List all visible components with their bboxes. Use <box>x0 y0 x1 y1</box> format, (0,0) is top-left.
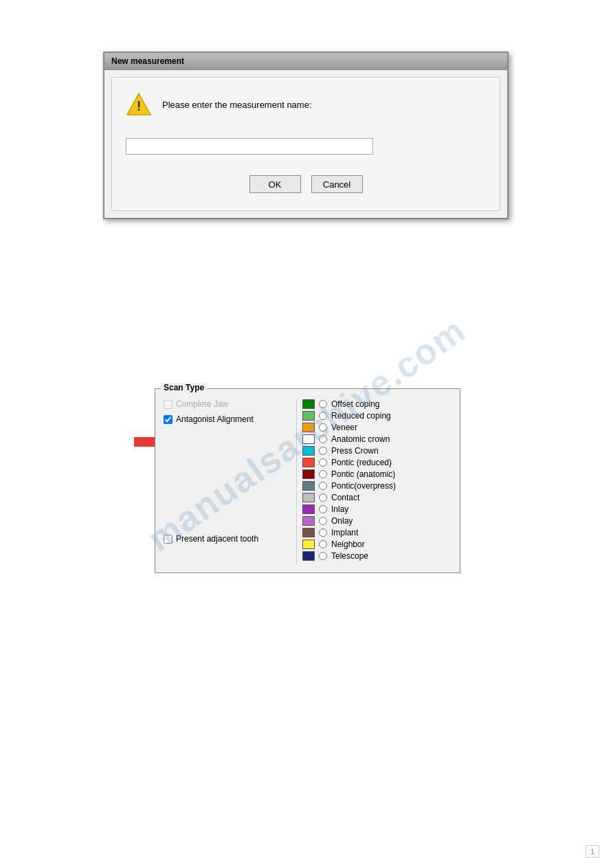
present-adjacent-checkbox-row: Present adjacent tooth <box>164 534 284 544</box>
swatch-inlay <box>302 504 315 514</box>
antagonist-alignment-label: Antagonist Alignment <box>176 414 254 424</box>
label-press-crown: Press Crown <box>331 446 379 456</box>
dialog-body: ! Please enter the measurement name: OK … <box>111 77 500 211</box>
swatch-telescope <box>302 551 315 561</box>
label-implant: Implant <box>331 528 358 537</box>
label-pontic-overpress: Pontic(overpress) <box>331 481 396 491</box>
svg-text:!: ! <box>137 98 142 113</box>
label-pontic-reduced: Pontic (reduced) <box>331 458 392 467</box>
left-panel: Complete Jaw Antagonist Alignment Presen… <box>164 399 291 563</box>
option-reduced-coping: Reduced coping <box>302 411 452 421</box>
swatch-contact <box>302 493 315 502</box>
label-inlay: Inlay <box>331 504 348 514</box>
new-measurement-dialog: New measurement ! Please enter the measu… <box>103 52 509 219</box>
swatch-pontic-overpress <box>302 481 315 491</box>
present-adjacent-row: Present adjacent tooth <box>164 534 284 544</box>
radio-contact[interactable] <box>319 493 327 502</box>
swatch-pontic-reduced <box>302 458 315 467</box>
antagonist-alignment-checkbox[interactable] <box>164 415 172 424</box>
radio-inlay[interactable] <box>319 505 327 513</box>
option-offset-coping: Offset coping <box>302 399 452 409</box>
label-offset-coping: Offset coping <box>331 399 380 409</box>
swatch-press-crown <box>302 446 315 456</box>
option-telescope: Telescope <box>302 551 452 561</box>
swatch-veneer <box>302 423 315 432</box>
option-pontic-anatomic: Pontic (anatomic) <box>302 469 452 479</box>
dialog-buttons: OK Cancel <box>126 168 486 197</box>
label-reduced-coping: Reduced coping <box>331 411 391 421</box>
scan-type-body: Complete Jaw Antagonist Alignment Presen… <box>164 399 452 563</box>
radio-neighbor[interactable] <box>319 540 327 548</box>
radio-offset-coping[interactable] <box>319 400 327 408</box>
swatch-onlay <box>302 516 315 526</box>
complete-jaw-row: Complete Jaw <box>164 399 284 409</box>
radio-implant[interactable] <box>319 528 327 537</box>
present-adjacent-label: Present adjacent tooth <box>176 534 258 544</box>
dialog-message-row: ! Please enter the measurement name: <box>126 91 486 118</box>
option-onlay: Onlay <box>302 516 452 526</box>
option-neighbor: Neighbor <box>302 539 452 549</box>
radio-onlay[interactable] <box>319 517 327 525</box>
cancel-button[interactable]: Cancel <box>311 175 363 193</box>
label-contact: Contact <box>331 493 359 502</box>
radio-reduced-coping[interactable] <box>319 412 327 420</box>
label-veneer: Veneer <box>331 423 357 432</box>
swatch-reduced-coping <box>302 411 315 421</box>
dialog-message: Please enter the measurement name: <box>162 100 312 110</box>
vertical-divider <box>296 399 297 563</box>
scan-type-panel: Scan Type Complete Jaw Antagonist Alignm… <box>155 388 460 573</box>
ok-button[interactable]: OK <box>249 175 301 193</box>
label-anatomic-crown: Anatomic crown <box>331 434 390 444</box>
radio-pontic-reduced[interactable] <box>319 458 327 467</box>
swatch-offset-coping <box>302 399 315 409</box>
option-veneer: Veneer <box>302 423 452 432</box>
swatch-neighbor <box>302 539 315 549</box>
radio-veneer[interactable] <box>319 423 327 432</box>
complete-jaw-label: Complete Jaw <box>176 399 228 409</box>
swatch-pontic-anatomic <box>302 469 315 479</box>
present-adjacent-checkbox[interactable] <box>164 535 172 544</box>
page-number: 1 <box>586 845 599 858</box>
dialog-title: New measurement <box>111 56 184 66</box>
right-panel: Offset coping Reduced coping Veneer Anat… <box>302 399 452 563</box>
radio-press-crown[interactable] <box>319 447 327 455</box>
radio-pontic-anatomic[interactable] <box>319 470 327 478</box>
antagonist-alignment-row: Antagonist Alignment <box>164 414 284 424</box>
swatch-anatomic-crown <box>302 434 315 444</box>
warning-icon: ! <box>126 91 152 118</box>
label-telescope: Telescope <box>331 551 368 561</box>
option-inlay: Inlay <box>302 504 452 514</box>
radio-anatomic-crown[interactable] <box>319 435 327 443</box>
scan-type-legend: Scan Type <box>161 383 207 392</box>
label-pontic-anatomic: Pontic (anatomic) <box>331 469 395 479</box>
complete-jaw-checkbox[interactable] <box>164 400 172 409</box>
option-implant: Implant <box>302 528 452 537</box>
option-contact: Contact <box>302 493 452 502</box>
swatch-implant <box>302 528 315 537</box>
option-pontic-overpress: Pontic(overpress) <box>302 481 452 491</box>
radio-telescope[interactable] <box>319 552 327 560</box>
option-anatomic-crown: Anatomic crown <box>302 434 452 444</box>
option-press-crown: Press Crown <box>302 446 452 456</box>
radio-pontic-overpress[interactable] <box>319 482 327 490</box>
measurement-name-input[interactable] <box>126 138 373 155</box>
label-onlay: Onlay <box>331 516 353 526</box>
option-pontic-reduced: Pontic (reduced) <box>302 458 452 467</box>
label-neighbor: Neighbor <box>331 539 365 549</box>
dialog-titlebar: New measurement <box>104 53 507 70</box>
